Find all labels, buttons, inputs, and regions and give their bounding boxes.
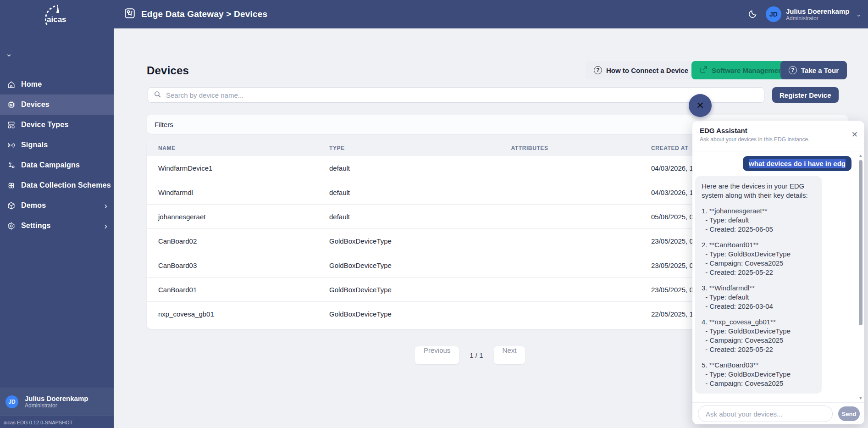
close-icon: ✕ bbox=[696, 100, 704, 111]
assistant-message-line: - Created: 2026-03-04 bbox=[702, 302, 815, 311]
aicas-logo: aicas bbox=[40, 4, 68, 28]
sidebar-item-label: Home bbox=[21, 80, 107, 89]
sidebar-item-home[interactable]: Home bbox=[0, 74, 114, 94]
cell-type: GoldBoxDeviceType bbox=[329, 237, 408, 245]
sidebar-item-label: Device Types bbox=[21, 121, 107, 129]
cell-name: Windfarmdl bbox=[147, 189, 329, 196]
cell-type: default bbox=[329, 189, 408, 196]
sidebar-item-label: Data Collection Schemes bbox=[21, 181, 111, 189]
take-a-tour-button[interactable]: ? Take a Tour bbox=[780, 61, 847, 79]
scrollbar-thumb[interactable] bbox=[859, 160, 862, 325]
scroll-down-icon[interactable]: ▼ bbox=[858, 396, 863, 400]
cable-icon bbox=[7, 161, 16, 170]
column-header-type[interactable]: TYPE bbox=[329, 145, 408, 151]
chat-subtitle: Ask about your devices in this EDG insta… bbox=[700, 136, 857, 143]
cell-type: GoldBoxDeviceType bbox=[329, 286, 408, 294]
user-name: Julius Doerenkamp bbox=[786, 7, 849, 15]
sidebar-item-label: Signals bbox=[21, 141, 107, 149]
chat-close-icon[interactable]: ✕ bbox=[851, 131, 858, 139]
chat-scrollbar[interactable]: ▲ ▼ bbox=[858, 152, 863, 401]
sidebar-item-label: Data Campaigns bbox=[21, 161, 107, 169]
cell-name: CanBoard03 bbox=[147, 261, 329, 269]
scroll-up-icon[interactable]: ▲ bbox=[858, 153, 863, 158]
avatar: JD bbox=[766, 6, 781, 22]
app-circuit-icon bbox=[124, 7, 136, 21]
assistant-message-line: - Created: 2025-05-22 bbox=[702, 268, 815, 277]
version-label: aicas EDG 0.12.0-SNAPSHOT bbox=[4, 420, 72, 425]
edg-assistant-panel: EDG Assistant Ask about your devices in … bbox=[692, 121, 864, 424]
assistant-message-line: - Campaign: Covesa2025 bbox=[702, 259, 815, 268]
breadcrumb: Edge Data Gateway > Devices bbox=[141, 9, 267, 19]
chat-toggle-close-button[interactable]: ✕ bbox=[689, 94, 712, 117]
chip-icon bbox=[7, 100, 16, 109]
assistant-message-gap bbox=[702, 234, 815, 240]
chat-input-bar: Send bbox=[692, 402, 864, 424]
assistant-message-line: - Type: default bbox=[702, 293, 815, 302]
user-role: Administrator bbox=[25, 402, 88, 409]
assistant-message-line: - Type: GoldBoxDeviceType bbox=[702, 370, 815, 379]
assistant-message-line: - Type: GoldBoxDeviceType bbox=[702, 327, 815, 336]
search-icon bbox=[154, 90, 161, 100]
sidebar-menu: HomeDevicesDevice TypesSignalsData Campa… bbox=[0, 74, 114, 236]
send-button[interactable]: Send bbox=[838, 406, 860, 421]
home-icon bbox=[7, 80, 16, 89]
dark-mode-toggle-icon[interactable] bbox=[747, 9, 757, 19]
sidebar-item-data-collection-schemes[interactable]: Data Collection Schemes bbox=[0, 175, 114, 195]
software-management-button[interactable]: Software Management bbox=[691, 61, 793, 79]
next-page-button[interactable]: Next bbox=[494, 346, 525, 364]
clover-icon bbox=[7, 181, 16, 190]
assistant-message-line: 4. **nxp_covesa_gb01** bbox=[702, 317, 815, 327]
avatar: JD bbox=[6, 395, 18, 408]
cell-name: CanBoard01 bbox=[147, 286, 329, 294]
svg-text:aicas: aicas bbox=[47, 15, 66, 24]
sidebar-item-label: Settings bbox=[21, 222, 104, 230]
signal-icon bbox=[7, 141, 16, 150]
column-header-name[interactable]: NAME bbox=[147, 145, 329, 151]
sidebar-collapse-icon[interactable]: ⌄ bbox=[6, 49, 12, 59]
cell-name: CanBoard02 bbox=[147, 237, 329, 245]
chat-input[interactable] bbox=[698, 406, 833, 422]
register-device-button[interactable]: Register Device bbox=[772, 87, 839, 103]
user-role: Administrator bbox=[786, 15, 849, 22]
sidebar-item-signals[interactable]: Signals bbox=[0, 135, 114, 155]
cell-type: GoldBoxDeviceType bbox=[329, 261, 408, 269]
assistant-message-line: - Created: 2025-05-22 bbox=[702, 345, 815, 354]
sidebar-item-data-campaigns[interactable]: Data Campaigns bbox=[0, 155, 114, 175]
cell-type: default bbox=[329, 164, 408, 172]
cell-type: default bbox=[329, 213, 408, 221]
assistant-message-gap bbox=[702, 277, 815, 283]
assistant-message-gap bbox=[702, 311, 815, 317]
assistant-message-line: - Campaign: Covesa2025 bbox=[702, 336, 815, 345]
top-bar: Edge Data Gateway > Devices JD Julius Do… bbox=[0, 0, 868, 28]
sidebar-user[interactable]: JD Julius Doerenkamp Administrator bbox=[0, 388, 114, 416]
cell-name: nxp_covesa_gb01 bbox=[147, 310, 329, 318]
page-title: Devices bbox=[147, 64, 189, 77]
assistant-message-line: Here are the devices in your EDG system … bbox=[702, 182, 815, 200]
previous-page-button[interactable]: Previous bbox=[415, 346, 459, 364]
sidebar-item-device-types[interactable]: Device Types bbox=[0, 115, 114, 135]
sidebar-item-settings[interactable]: Settings› bbox=[0, 216, 114, 236]
assistant-message-line: - Type: GoldBoxDeviceType bbox=[702, 250, 815, 259]
cell-type: GoldBoxDeviceType bbox=[329, 310, 408, 318]
chat-header: EDG Assistant Ask about your devices in … bbox=[692, 121, 864, 151]
page-count: 1 / 1 bbox=[470, 351, 483, 359]
question-icon: ? bbox=[594, 66, 602, 74]
chevron-down-icon: ⌄ bbox=[856, 10, 862, 18]
external-link-icon bbox=[700, 66, 708, 75]
sidebar-item-demos[interactable]: Demos› bbox=[0, 195, 114, 216]
search-input[interactable] bbox=[166, 91, 758, 99]
user-message-bubble: what devices do i have in edg bbox=[743, 156, 851, 171]
pagination: Previous 1 / 1 Next bbox=[415, 346, 525, 364]
cell-name: johannesgeraet bbox=[147, 213, 329, 221]
user-message-text: what devices do i have in edg bbox=[749, 159, 846, 168]
user-name: Julius Doerenkamp bbox=[25, 395, 88, 402]
user-menu[interactable]: JD Julius Doerenkamp Administrator ⌄ bbox=[766, 6, 862, 22]
assistant-message-line: 1. **johannesgeraet** bbox=[702, 206, 815, 216]
gear-icon bbox=[7, 222, 16, 230]
sidebar-item-devices[interactable]: Devices bbox=[0, 94, 114, 115]
how-to-connect-button[interactable]: ? How to Connect a Device bbox=[586, 61, 697, 79]
question-icon: ? bbox=[789, 66, 797, 74]
assistant-message-gap bbox=[702, 354, 815, 361]
column-header-attributes[interactable]: ATTRIBUTES bbox=[408, 145, 651, 151]
sidebar-item-label: Devices bbox=[21, 100, 107, 109]
